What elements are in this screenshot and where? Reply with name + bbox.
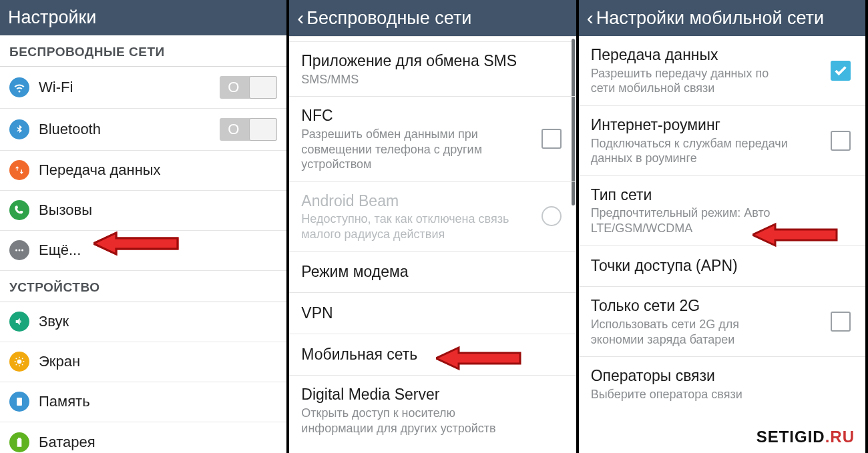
settings-list: БЕСПРОВОДНЫЕ СЕТИ Wi-Fi O Bluetooth O <box>0 35 286 453</box>
header-mobile-net[interactable]: ‹ Настройки мобильной сети <box>579 0 865 36</box>
nettype-title: Тип сети <box>591 185 853 205</box>
svg-point-2 <box>21 250 23 252</box>
memory-label: Память <box>39 393 277 410</box>
roaming-title: Интернет-роуминг <box>591 115 853 135</box>
row-sms-app[interactable]: Приложение для обмена SMS SMS/MMS <box>289 42 576 97</box>
beam-title: Android Beam <box>301 191 564 211</box>
row-vpn[interactable]: VPN <box>289 293 576 334</box>
wifi-label: Wi-Fi <box>39 79 220 96</box>
row-dms[interactable]: Digital Media Server Открыть доступ к но… <box>289 376 576 445</box>
header-title: Настройки <box>8 7 96 28</box>
panel-settings: Настройки БЕСПРОВОДНЫЕ СЕТИ Wi-Fi O Blue… <box>0 0 289 453</box>
row-tethering[interactable]: Режим модема <box>289 252 576 293</box>
sms-sub: SMS/MMS <box>301 72 515 87</box>
p3-data-sub: Разрешить передачу данных по сети мобиль… <box>591 66 791 96</box>
row-display[interactable]: Экран <box>0 342 286 382</box>
sound-icon <box>9 312 29 332</box>
dms-sub: Открыть доступ к носителю информации для… <box>301 406 515 436</box>
more-icon <box>9 240 29 260</box>
row-mobile-network[interactable]: Мобильная сеть <box>289 334 576 376</box>
data-checkbox-on[interactable] <box>831 61 851 81</box>
row-data[interactable]: Передача данных <box>0 151 286 191</box>
section-wireless: БЕСПРОВОДНЫЕ СЕТИ <box>0 35 286 67</box>
battery-label: Батарея <box>39 434 277 451</box>
panel-mobile-network-settings: ‹ Настройки мобильной сети Передача данн… <box>579 0 868 453</box>
ops-sub: Выберите оператора связи <box>591 387 805 402</box>
header-settings: Настройки <box>0 0 286 35</box>
nfc-checkbox[interactable] <box>541 129 562 149</box>
only2g-checkbox[interactable] <box>831 312 851 332</box>
beam-sub: Недоступно, так как отключена связь мало… <box>301 211 515 242</box>
apn-title: Точки доступа (APN) <box>591 256 853 276</box>
dms-title: Digital Media Server <box>301 385 564 404</box>
row-data-transfer[interactable]: Передача данных Разрешить передачу данны… <box>579 36 865 106</box>
row-nfc[interactable]: NFC Разрешить обмен данными при совмещен… <box>289 97 576 181</box>
nfc-sub: Разрешить обмен данными при совмещении т… <box>301 127 515 172</box>
svg-point-3 <box>17 360 22 364</box>
mobile-title: Мобильная сеть <box>301 345 564 364</box>
row-bluetooth[interactable]: Bluetooth O <box>0 109 286 151</box>
beam-radio <box>541 206 562 226</box>
tether-title: Режим модема <box>301 262 564 282</box>
row-apn[interactable]: Точки доступа (APN) <box>579 246 865 287</box>
row-operators[interactable]: Операторы связи Выберите оператора связи <box>579 357 865 411</box>
nettype-sub: Предпочтительный режим: Авто LTE/GSM/WCD… <box>591 205 805 236</box>
phone-icon <box>9 200 29 220</box>
svg-rect-4 <box>17 398 22 406</box>
mobile-net-list: Передача данных Разрешить передачу данны… <box>579 36 865 453</box>
row-battery[interactable]: Батарея <box>0 422 286 453</box>
switch-knob <box>249 118 277 141</box>
row-more[interactable]: Ещё... <box>0 231 286 271</box>
memory-icon <box>9 392 29 412</box>
ops-title: Операторы связи <box>591 366 853 386</box>
data-label: Передача данных <box>39 161 277 179</box>
row-calls[interactable]: Вызовы <box>0 191 286 231</box>
row-network-type[interactable]: Тип сети Предпочтительный режим: Авто LT… <box>579 176 865 246</box>
battery-icon <box>9 432 29 452</box>
only2g-sub: Использовать сети 2G для экономии заряда… <box>591 317 791 347</box>
wifi-icon <box>9 77 29 97</box>
header-title: Беспроводные сети <box>306 8 471 29</box>
sound-label: Звук <box>39 313 277 330</box>
row-wifi[interactable]: Wi-Fi O <box>0 67 286 109</box>
display-icon <box>9 352 29 372</box>
back-icon[interactable]: ‹ <box>297 8 304 28</box>
header-title: Настройки мобильной сети <box>596 8 824 29</box>
bluetooth-icon <box>9 119 29 139</box>
watermark-text: SETIGID <box>756 428 825 446</box>
bluetooth-switch[interactable]: O <box>220 118 277 141</box>
row-roaming[interactable]: Интернет-роуминг Подключаться к службам … <box>579 106 865 176</box>
nfc-title: NFC <box>301 106 564 125</box>
vpn-title: VPN <box>301 304 564 323</box>
row-memory[interactable]: Память <box>0 382 286 422</box>
wifi-switch[interactable]: O <box>220 76 277 99</box>
svg-point-0 <box>15 250 17 252</box>
bluetooth-label: Bluetooth <box>39 121 220 138</box>
row-only-2g[interactable]: Только сети 2G Использовать сети 2G для … <box>579 287 865 357</box>
p3-data-title: Передача данных <box>591 45 853 65</box>
sms-title: Приложение для обмена SMS <box>301 51 564 71</box>
only2g-title: Только сети 2G <box>591 296 853 316</box>
display-label: Экран <box>39 353 277 370</box>
roaming-checkbox[interactable] <box>831 131 851 151</box>
data-icon <box>9 160 29 180</box>
row-android-beam: Android Beam Недоступно, так как отключе… <box>289 182 576 252</box>
header-wireless[interactable]: ‹ Беспроводные сети <box>289 0 576 36</box>
panel-wireless: ‹ Беспроводные сети Приложение для обмен… <box>289 0 578 453</box>
calls-label: Вызовы <box>39 201 277 219</box>
svg-point-1 <box>19 250 21 252</box>
section-device: УСТРОЙСТВО <box>0 271 286 302</box>
wireless-list: Приложение для обмена SMS SMS/MMS NFC Ра… <box>289 36 576 453</box>
more-label: Ещё... <box>39 242 277 259</box>
switch-knob <box>249 76 277 99</box>
roaming-sub: Подключаться к службам передачи данных в… <box>591 136 791 166</box>
watermark: SETIGID.RU <box>756 428 855 446</box>
watermark-suffix: .RU <box>825 428 855 446</box>
row-sound[interactable]: Звук <box>0 302 286 342</box>
back-icon[interactable]: ‹ <box>587 8 594 28</box>
